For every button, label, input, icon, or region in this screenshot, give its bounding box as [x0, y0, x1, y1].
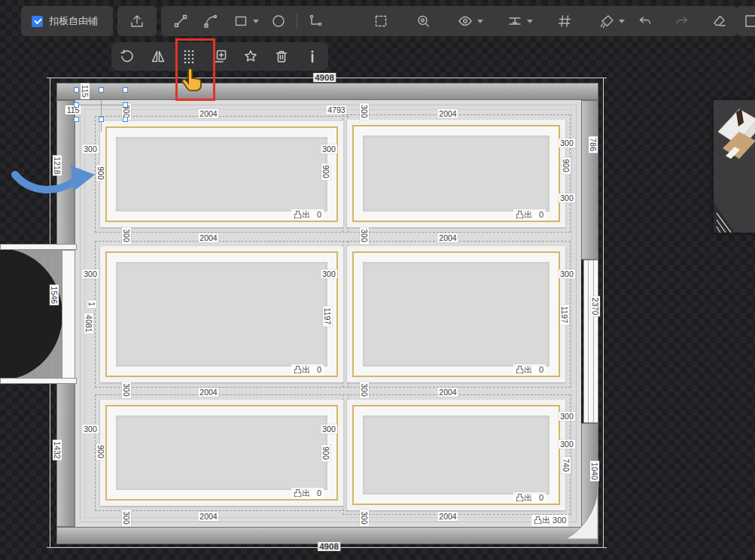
favorite-icon[interactable]	[236, 42, 265, 71]
toolbar-group-laymode: 扣板自由铺	[21, 6, 113, 36]
dimension-label: 300	[321, 145, 337, 154]
protrude-label: 凸出0	[513, 209, 546, 221]
dimension-label: 300	[360, 382, 369, 398]
door-leaf[interactable]	[62, 250, 75, 379]
selection-handle[interactable]	[123, 87, 128, 93]
rotate-direction-arrow	[11, 160, 98, 199]
dimension-label: 300	[122, 382, 131, 398]
dimension-label: 300	[559, 269, 575, 278]
selection-handle[interactable]	[99, 117, 104, 122]
dimension-label: 300	[360, 103, 369, 120]
toolbar-group-history	[627, 6, 737, 36]
dimension-label: 4908	[313, 73, 336, 82]
dimension-label: 300	[122, 510, 131, 526]
marquee-select-icon[interactable]	[366, 6, 396, 36]
arc-tool-icon[interactable]	[196, 6, 226, 36]
dimension-label: 4081	[84, 313, 93, 333]
measure-tape-icon[interactable]	[408, 6, 438, 36]
plate-free-lay-checkbox[interactable]: 扣板自由铺	[21, 14, 108, 28]
checkbox-label: 扣板自由铺	[49, 14, 98, 28]
toolbar-divider	[297, 14, 297, 29]
ceiling-panel[interactable]: 凸出0	[347, 246, 565, 382]
ceiling-panel[interactable]: 凸出0	[100, 121, 343, 227]
ceiling-panel[interactable]: 凸出0	[100, 400, 343, 506]
eraser-icon[interactable]	[704, 6, 734, 36]
dimension-label: 300	[321, 269, 337, 278]
selection-handle[interactable]	[99, 87, 104, 93]
dimension-label: 300	[559, 412, 575, 421]
delete-icon[interactable]	[267, 42, 296, 71]
mirror-icon[interactable]	[144, 42, 172, 71]
checkbox-checked-icon[interactable]	[32, 16, 43, 27]
dimension-label: 2004	[198, 388, 218, 397]
selection-handle[interactable]	[74, 102, 79, 108]
selection-floating-toolbar	[111, 42, 328, 71]
ceiling-panel[interactable]: 凸出0	[100, 246, 343, 382]
protrude-label: 凸出0	[291, 488, 324, 499]
dimension-label: 300	[321, 425, 337, 434]
dimension-label: 2004	[198, 109, 218, 118]
panel-partial-icon[interactable]	[737, 6, 755, 36]
panel-inner-face	[116, 137, 327, 212]
undo-icon[interactable]	[630, 6, 660, 36]
selection-handle[interactable]	[123, 102, 128, 108]
dimension-label: 300	[82, 425, 99, 434]
selection-crossline-v	[101, 90, 102, 132]
dimension-label: 1432	[53, 440, 62, 460]
rotate-icon[interactable]	[113, 42, 142, 71]
dimension-label: 900	[96, 443, 105, 460]
3d-preview-panel[interactable]	[714, 100, 755, 233]
protrude-extra-label: 凸出 300	[531, 515, 568, 526]
dimension-label: 786	[589, 136, 598, 153]
dimension-label: 2004	[437, 512, 458, 521]
ceiling-panel[interactable]: 凸出0	[347, 400, 565, 510]
dimension-label: 4908	[318, 542, 340, 551]
dimension-label: 4793	[326, 105, 346, 114]
dimension-label: 900	[321, 445, 330, 461]
export-icon[interactable]	[122, 6, 152, 36]
panel-inner-face	[363, 262, 550, 367]
info-icon[interactable]	[298, 42, 327, 71]
dimension-label: 1040	[590, 461, 599, 481]
panel-inner-face	[363, 415, 550, 495]
selected-element[interactable]	[76, 90, 126, 120]
dimension-label: 900	[321, 163, 330, 180]
dimension-label: 740	[562, 457, 571, 473]
selection-handle[interactable]	[74, 87, 79, 93]
grid-snap-icon[interactable]	[550, 6, 580, 36]
dimension-label: 1197	[560, 305, 569, 325]
redo-icon[interactable]	[667, 6, 697, 36]
dimension-label: 2004	[437, 109, 458, 118]
paint-icon[interactable]	[592, 6, 622, 36]
dim-line-right	[603, 78, 604, 548]
toolbar-group-draw	[161, 6, 364, 36]
window[interactable]	[583, 260, 598, 423]
panel-inner-face	[116, 415, 327, 490]
corner-door-arc	[563, 474, 601, 543]
dimension-label: 300	[559, 193, 575, 202]
visibility-icon[interactable]	[450, 6, 480, 36]
dimension-label: 2004	[198, 512, 218, 521]
level-icon[interactable]	[500, 6, 530, 36]
dimension-label: 1197	[323, 306, 332, 327]
dimension-label: 300	[82, 269, 99, 278]
dimension-label: 1546	[50, 285, 59, 305]
resize-triangle-handle[interactable]	[714, 202, 735, 233]
ceiling-panel[interactable]: 凸出0	[347, 120, 565, 227]
line-tool-icon[interactable]	[166, 6, 196, 36]
dimension-label: 2004	[437, 388, 458, 397]
rect-tool-icon[interactable]	[226, 6, 256, 36]
selection-handle[interactable]	[74, 117, 79, 122]
dimension-label: 300	[360, 510, 369, 526]
node-tool-icon[interactable]	[300, 6, 330, 36]
dimension-label: 2004	[198, 233, 218, 242]
dimension-label: 1	[87, 300, 96, 308]
wall-top	[56, 83, 598, 100]
protrude-label: 凸出0	[513, 364, 546, 376]
dimension-label: 2370	[591, 296, 600, 316]
door-jamb-bottom	[0, 378, 77, 384]
dimension-label: 900	[562, 157, 571, 174]
circle-tool-icon[interactable]	[263, 6, 294, 36]
selection-handle[interactable]	[123, 117, 128, 122]
app-window: 扣板自由铺	[0, 0, 755, 560]
